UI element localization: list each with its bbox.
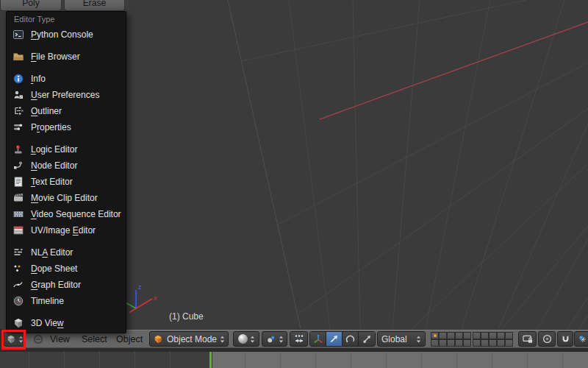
menu-item-logic-editor[interactable]: Logic Editor bbox=[7, 141, 126, 158]
proportional-edit-icon bbox=[542, 333, 553, 344]
manipulator-scale-toggle[interactable] bbox=[359, 332, 375, 346]
menu-item-label: NLA Editor bbox=[31, 247, 73, 258]
menu-separator bbox=[7, 65, 126, 71]
layers-group-2 bbox=[473, 332, 513, 347]
menu-item-python-console[interactable]: Python Console bbox=[7, 26, 126, 43]
mode-dropdown[interactable]: Object Mode bbox=[149, 331, 229, 347]
layer-toggle[interactable] bbox=[497, 332, 505, 339]
layer-toggle[interactable] bbox=[481, 332, 489, 339]
menu-item-properties[interactable]: Properties bbox=[7, 119, 126, 135]
menu-item-label: UV/Image Editor bbox=[31, 225, 96, 236]
python-console-icon bbox=[12, 29, 24, 40]
layer-toggle[interactable] bbox=[447, 332, 455, 339]
timeline-strip[interactable] bbox=[0, 352, 588, 368]
video-sequence-editor-icon bbox=[12, 208, 24, 220]
layer-toggle[interactable] bbox=[431, 332, 439, 339]
layers-group-1 bbox=[431, 332, 471, 347]
layer-toggle[interactable] bbox=[473, 339, 481, 347]
layer-toggle[interactable] bbox=[439, 332, 447, 339]
snap-magnet-icon bbox=[560, 333, 571, 344]
object-menu[interactable]: Object bbox=[116, 334, 143, 344]
menu-item-nla-editor[interactable]: NLA Editor bbox=[7, 244, 126, 261]
gizmo-x-axis bbox=[129, 299, 152, 313]
snap-magnet-button[interactable] bbox=[557, 331, 573, 347]
menu-item-video-sequence-editor[interactable]: Video Sequence Editor bbox=[7, 206, 126, 222]
layer-toggle[interactable] bbox=[439, 339, 447, 347]
updown-arrows-icon bbox=[220, 335, 225, 344]
proportional-edit-button[interactable] bbox=[538, 331, 556, 347]
menu-item-movie-clip-editor[interactable]: Movie Clip Editor bbox=[7, 190, 126, 206]
layer-toggle[interactable] bbox=[463, 332, 471, 339]
collapse-menus-icon[interactable] bbox=[33, 334, 43, 344]
blender-window: z x (1) Cube Poly Erase Editor Type Pyth… bbox=[0, 0, 588, 368]
node-editor-icon bbox=[12, 160, 24, 171]
manipulator-rotate-toggle[interactable] bbox=[343, 332, 359, 346]
pivot-point-dropdown[interactable] bbox=[262, 331, 287, 347]
menu-item-timeline[interactable]: Timeline bbox=[7, 293, 126, 309]
view-menu[interactable]: View bbox=[50, 334, 70, 344]
snap-element-dropdown[interactable] bbox=[574, 331, 588, 347]
layer-toggle[interactable] bbox=[455, 332, 463, 339]
movie-clip-editor-icon bbox=[12, 192, 24, 204]
menu-item-label: File Browser bbox=[31, 52, 80, 62]
manipulator-translate-toggle[interactable] bbox=[326, 332, 343, 346]
menu-item-graph-editor[interactable]: Graph Editor bbox=[7, 277, 126, 293]
updown-arrows-icon bbox=[279, 335, 284, 344]
menu-item-label: Movie Clip Editor bbox=[31, 193, 98, 203]
manipulator-center-icon bbox=[293, 334, 306, 344]
menu-item-user-preferences[interactable]: User Preferences bbox=[7, 87, 126, 103]
transform-orientation-dropdown[interactable]: Global bbox=[377, 331, 426, 347]
select-menu[interactable]: Select bbox=[82, 334, 107, 344]
layer-toggle[interactable] bbox=[473, 332, 481, 339]
lock-camera-button[interactable] bbox=[518, 331, 537, 347]
manipulator-axes-toggle[interactable] bbox=[310, 332, 326, 346]
menu-separator bbox=[7, 238, 126, 244]
poly-button[interactable]: Poly bbox=[0, 0, 62, 11]
menu-item-label: Dope Sheet bbox=[31, 263, 77, 274]
menu-item-label: Graph Editor bbox=[31, 280, 81, 290]
menu-item-node-editor[interactable]: Node Editor bbox=[7, 158, 126, 174]
timeline-out-of-range bbox=[0, 352, 210, 368]
shading-sphere-icon bbox=[238, 334, 248, 344]
erase-button[interactable]: Erase bbox=[64, 0, 125, 11]
viewport-shading-dropdown[interactable] bbox=[233, 331, 259, 347]
editor-type-menu: Editor Type Python Console File Browser … bbox=[6, 11, 126, 333]
timeline-playhead[interactable] bbox=[209, 352, 212, 368]
menu-item-dope-sheet[interactable]: Dope Sheet bbox=[7, 261, 126, 277]
layer-toggle[interactable] bbox=[447, 339, 455, 347]
layer-toggle[interactable] bbox=[497, 339, 505, 347]
menu-item-uv-image-editor[interactable]: UV/Image Editor bbox=[7, 222, 126, 238]
layer-toggle[interactable] bbox=[431, 339, 439, 347]
layer-toggle[interactable] bbox=[463, 339, 471, 347]
snap-element-icon bbox=[578, 334, 588, 344]
menu-item-file-browser[interactable]: File Browser bbox=[7, 49, 126, 65]
lock-camera-icon bbox=[522, 333, 534, 344]
layer-toggle[interactable] bbox=[505, 332, 513, 339]
menu-item-label: 3D View bbox=[31, 318, 63, 328]
menu-item-label: Node Editor bbox=[31, 160, 77, 171]
orientation-label: Global bbox=[381, 334, 414, 344]
menu-item-info[interactable]: Info bbox=[7, 71, 126, 87]
gizmo-z-label: z bbox=[138, 283, 142, 291]
logic-editor-icon bbox=[12, 144, 24, 155]
timeline-frame-range bbox=[212, 352, 588, 368]
pivot-point-icon bbox=[266, 334, 276, 344]
menu-item-label: Properties bbox=[31, 122, 71, 132]
layer-toggle[interactable] bbox=[455, 339, 463, 347]
layer-toggle[interactable] bbox=[489, 332, 497, 339]
layer-toggle[interactable] bbox=[489, 339, 497, 347]
manipulator-center-toggle[interactable] bbox=[290, 331, 308, 347]
menu-item-text-editor[interactable]: Text Editor bbox=[7, 174, 126, 190]
menu-item-label: Python Console bbox=[31, 29, 93, 40]
file-browser-icon bbox=[12, 51, 24, 63]
layer-toggle[interactable] bbox=[481, 339, 489, 347]
menu-separator bbox=[7, 309, 126, 315]
view3d-icon bbox=[12, 317, 24, 329]
menu-item-label: Video Sequence Editor bbox=[31, 209, 121, 219]
menu-item-3d-view[interactable]: 3D View bbox=[7, 315, 126, 331]
layer-toggle[interactable] bbox=[505, 339, 513, 347]
manipulator-group bbox=[309, 331, 376, 347]
menu-item-outliner[interactable]: Outliner bbox=[7, 103, 126, 119]
menu-title: Editor Type bbox=[7, 12, 126, 26]
menu-item-label: Text Editor bbox=[31, 177, 73, 187]
